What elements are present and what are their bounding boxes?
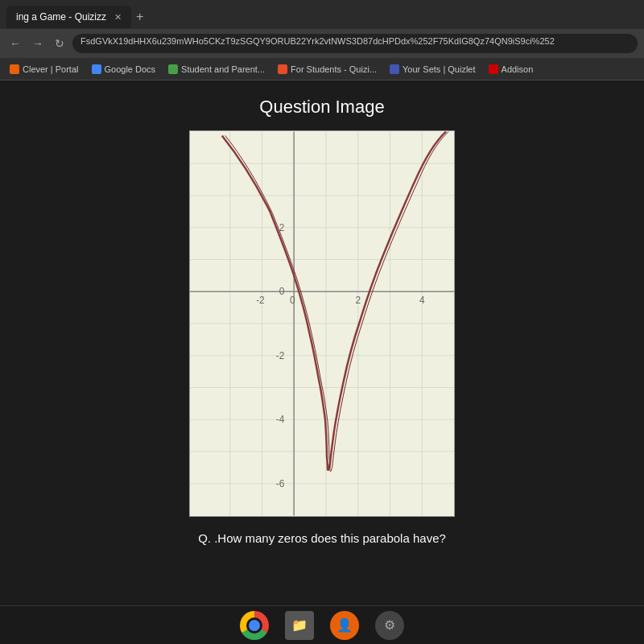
tab-bar: ing a Game - Quizizz ✕ + <box>0 0 644 29</box>
addison-icon <box>489 64 498 74</box>
bookmark-label: Google Docs <box>105 64 156 74</box>
quizizz-icon <box>278 64 287 74</box>
quizlet-icon <box>390 64 399 74</box>
gray-taskbar-icon[interactable]: ⚙ <box>375 611 404 640</box>
svg-text:-2: -2 <box>276 350 285 361</box>
forward-button[interactable]: → <box>29 35 47 52</box>
graph-container: -2 0 2 4 2 0 -2 -4 -6 <box>189 130 455 517</box>
bookmark-label: Clever | Portal <box>23 64 79 74</box>
files-taskbar-icon[interactable]: 📁 <box>285 611 314 640</box>
svg-text:4: 4 <box>419 295 425 306</box>
tab-close-button[interactable]: ✕ <box>114 12 122 23</box>
bookmark-for-students[interactable]: For Students - Quizi... <box>275 64 380 75</box>
google-docs-icon <box>92 64 101 74</box>
bookmark-addison[interactable]: Addison <box>485 64 537 75</box>
address-bar-row: ← → ↻ FsdGVkX19dHHX6u239mWHo5CKzT9zSGQY9… <box>0 29 644 58</box>
bookmark-quizlet[interactable]: Your Sets | Quizlet <box>386 64 479 75</box>
bookmark-clever[interactable]: Clever | Portal <box>6 64 82 75</box>
orange-taskbar-icon[interactable]: 👤 <box>330 611 359 640</box>
svg-text:0: 0 <box>279 286 285 297</box>
url-input[interactable]: FsdGVkX19dHHX6u239mWHo5CKzT9zSGQY9ORUB22… <box>72 34 638 53</box>
bookmark-label: Student and Parent... <box>181 64 265 74</box>
bookmarks-bar: Clever | Portal Google Docs Student and … <box>0 58 644 80</box>
page-title: Question Image <box>259 97 384 118</box>
new-tab-button[interactable]: + <box>136 10 143 24</box>
reload-button[interactable]: ↻ <box>52 35 68 52</box>
active-tab[interactable]: ing a Game - Quizizz ✕ <box>6 6 131 28</box>
bookmark-student[interactable]: Student and Parent... <box>165 64 268 75</box>
content-area: Question Image <box>0 80 644 644</box>
student-icon <box>168 64 178 74</box>
bookmark-label: Addison <box>502 64 534 74</box>
svg-text:-6: -6 <box>276 478 285 489</box>
clever-icon <box>10 64 19 74</box>
bookmark-label: Your Sets | Quizlet <box>402 64 476 74</box>
bookmark-google-docs[interactable]: Google Docs <box>89 64 159 75</box>
graph-svg: -2 0 2 4 2 0 -2 -4 -6 <box>190 131 454 516</box>
svg-text:-4: -4 <box>276 414 285 425</box>
tab-label: ing a Game - Quizizz <box>16 11 106 23</box>
svg-text:-2: -2 <box>256 295 265 306</box>
browser-chrome: ing a Game - Quizizz ✕ + ← → ↻ FsdGVkX19… <box>0 0 644 80</box>
chrome-taskbar-icon[interactable] <box>240 611 269 640</box>
svg-text:0: 0 <box>290 295 295 306</box>
svg-text:2: 2 <box>355 295 361 306</box>
back-button[interactable]: ← <box>6 35 24 52</box>
question-text: Q. .How many zeros does this parabola ha… <box>198 531 446 545</box>
bookmark-label: For Students - Quizi... <box>291 64 377 74</box>
taskbar: 📁 👤 ⚙ <box>0 605 644 644</box>
